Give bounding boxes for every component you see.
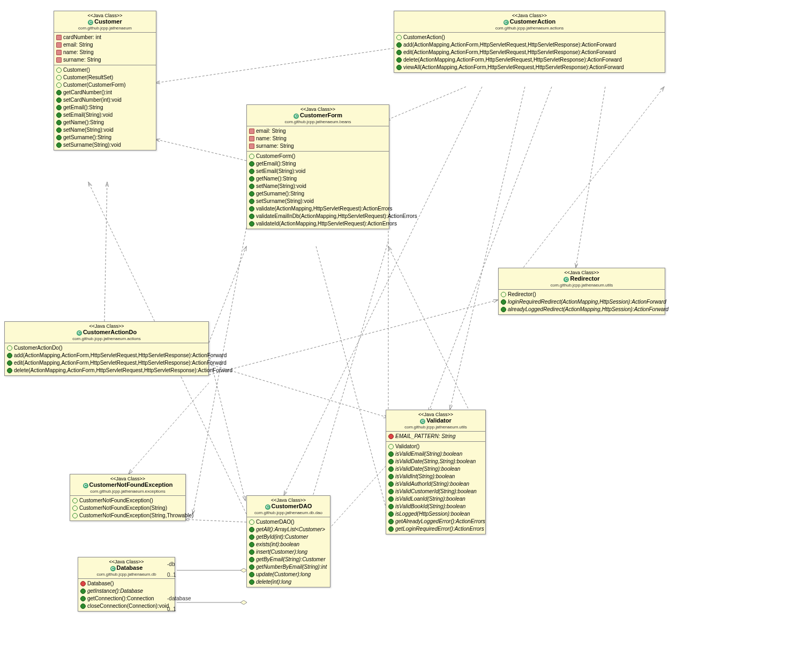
member-label: isValidDate(String,String):boolean [395,458,476,465]
member-label: getSurname():String [63,134,111,141]
green-icon [249,184,254,189]
member-row: add(ActionMapping,ActionForm,HttpServlet… [396,41,663,49]
member-row: delete(ActionMapping,ActionForm,HttpServ… [7,367,206,374]
methods: Redirector()loginRequiredRedirect(Action… [499,290,665,314]
class-header: <<Java Class>> CCustomerNotFoundExceptio… [70,474,185,496]
ctor-icon [7,345,12,351]
ctor-icon [249,519,254,525]
member-row: getAll():ArrayList<Customer> [249,526,328,533]
red-icon [388,434,394,439]
member-label: loginRequiredRedirect(ActionMapping,Http… [508,299,666,305]
class-customer-form[interactable]: <<Java Class>> CCustomerForm com.github.… [246,104,389,229]
ctor-icon [249,154,254,159]
member-label: viewAll(ActionMapping,ActionForm,HttpSer… [403,64,624,71]
class-customer[interactable]: <<Java Class>> CCustomer com.github.jcpp… [54,11,156,150]
ctor-icon [501,292,506,297]
member-label: update(Customer):long [256,571,311,578]
green-icon [249,534,254,540]
class-customer-action[interactable]: <<Java Class>> CCustomerAction com.githu… [394,11,665,73]
member-row: isValidInt(String):boolean [388,473,483,480]
member-label: setSurname(String):void [256,198,314,205]
green-icon [388,504,394,509]
green-icon [388,481,394,487]
member-label: delete(ActionMapping,ActionForm,HttpServ… [403,57,622,63]
member-row: Customer(CustomerForm) [56,81,154,89]
sq-icon [249,144,254,149]
class-validator[interactable]: <<Java Class>> CValidator com.github.jcp… [386,410,486,534]
member-row: CustomerForm() [249,153,387,160]
green-icon [249,221,254,227]
member-label: cardNumber: int [63,34,101,41]
member-label: isValidDate(String):boolean [395,466,460,472]
class-customer-not-found-exception[interactable]: <<Java Class>> CCustomerNotFoundExceptio… [70,474,186,521]
member-label: getAlreadyLoggedError():ActionErrors [395,518,485,525]
label-mult-1: 0..1 [167,572,176,578]
member-label: alreadyLoggedRedirect(ActionMapping,Http… [508,306,668,313]
member-row: getSurname():String [56,134,154,141]
member-row: insert(Customer):long [249,548,328,556]
member-row: edit(ActionMapping,ActionForm,HttpServle… [7,359,206,367]
green-icon [249,564,254,570]
member-label: name: String [256,135,287,142]
member-label: add(ActionMapping,ActionForm,HttpServlet… [403,42,616,48]
class-header: <<Java Class>> CCustomerForm com.github.… [247,105,389,126]
member-label: isLogged(HttpSession):boolean [395,511,470,517]
member-row: setCardNumber(int):void [56,96,154,104]
member-label: isValidAuthorId(String):boolean [395,481,469,487]
member-row: exists(int):boolean [249,541,328,548]
member-label: edit(ActionMapping,ActionForm,HttpServle… [403,49,616,56]
class-customer-dao[interactable]: <<Java Class>> CCustomerDAO com.github.j… [246,495,330,587]
member-label: getName():String [256,176,297,182]
green-icon [56,97,62,103]
class-header: <<Java Class>> CDatabase com.github.jcpp… [78,557,175,579]
member-row: isValidAuthorId(String):boolean [388,480,483,488]
ctor-icon [56,67,62,73]
class-redirector[interactable]: <<Java Class>> CRedirector com.github.jc… [498,268,665,315]
green-icon [249,161,254,167]
green-icon [249,572,254,577]
green-icon [249,206,254,212]
member-row: edit(ActionMapping,ActionForm,HttpServle… [396,49,663,56]
member-row: Redirector() [501,291,663,298]
member-label: getEmail():String [63,104,103,111]
member-label: surname: String [63,57,101,63]
member-row: delete(ActionMapping,ActionForm,HttpServ… [396,56,663,64]
fields: cardNumber: intemail: Stringname: String… [54,33,156,65]
class-header: <<Java Class>> CValidator com.github.jcp… [386,410,485,432]
member-row: isValidEmail(String):boolean [388,450,483,458]
member-row: alreadyLoggedRedirect(ActionMapping,Http… [501,306,663,313]
member-row: surname: String [249,142,387,150]
green-icon [249,199,254,204]
sq-icon [56,50,62,55]
green-icon [249,527,254,532]
class-database[interactable]: <<Java Class>> CDatabase com.github.jcpp… [78,557,175,612]
member-label: getAll():ArrayList<Customer> [256,526,325,533]
label-mult-2: 0..1 [167,606,176,612]
member-label: delete(int):long [256,579,291,585]
class-header: <<Java Class>> CCustomer com.github.jcpp… [54,11,156,33]
sq-icon [56,57,62,63]
member-label: setSurname(String):void [63,142,121,148]
member-label: CustomerNotFoundException(String,Throwab… [79,512,193,519]
green-icon [249,579,254,585]
red-icon [80,581,86,586]
green-icon [388,459,394,464]
class-header: <<Java Class>> CCustomerDAO com.github.j… [247,496,330,517]
class-customer-action-do[interactable]: <<Java Class>> CCustomerActionDo com.git… [4,321,209,376]
member-label: Validator() [395,443,419,450]
member-label: CustomerNotFoundException() [79,497,153,504]
label-db: -db [167,561,175,567]
member-row: CustomerDAO() [249,518,328,526]
member-label: CustomerForm() [256,153,295,160]
member-label: getCardNumber():int [63,89,112,96]
green-icon [56,90,62,95]
member-row: Customer() [56,66,154,74]
member-label: CustomerAction() [403,34,445,41]
member-row: isValidDate(String):boolean [388,465,483,473]
member-label: closeConnection(Connection):void [87,603,169,609]
green-icon [7,353,12,358]
member-label: getName():String [63,119,104,126]
ctor-icon [72,506,78,511]
sq-icon [249,136,254,141]
member-row: getById(int):Customer [249,533,328,541]
